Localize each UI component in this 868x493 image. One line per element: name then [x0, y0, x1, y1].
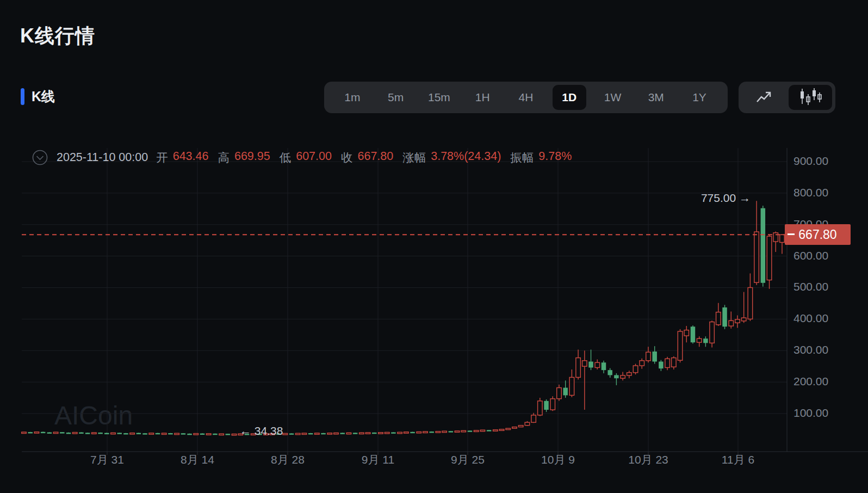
candle[interactable]	[474, 430, 479, 432]
candle[interactable]	[404, 432, 409, 433]
candle[interactable]	[359, 433, 364, 434]
candle[interactable]	[289, 433, 294, 435]
candle[interactable]	[175, 433, 179, 435]
candle[interactable]	[41, 432, 46, 433]
candle[interactable]	[72, 432, 77, 434]
candle[interactable]	[716, 303, 721, 326]
candle[interactable]	[754, 201, 759, 285]
candle[interactable]	[499, 429, 504, 431]
candle[interactable]	[468, 430, 473, 432]
candle[interactable]	[697, 336, 702, 347]
candle[interactable]	[480, 430, 485, 432]
candle[interactable]	[659, 360, 664, 371]
candle[interactable]	[123, 433, 128, 435]
candle[interactable]	[117, 433, 122, 434]
candle[interactable]	[646, 347, 651, 362]
candle[interactable]	[652, 346, 657, 363]
candle[interactable]	[531, 413, 536, 423]
candle[interactable]	[633, 364, 638, 375]
candle[interactable]	[595, 359, 600, 369]
candle[interactable]	[512, 427, 517, 428]
candle[interactable]	[525, 421, 530, 426]
candle[interactable]	[678, 329, 683, 362]
candle[interactable]	[353, 433, 358, 434]
candle[interactable]	[621, 372, 625, 381]
candle[interactable]	[187, 434, 192, 435]
candle[interactable]	[665, 357, 670, 370]
candle[interactable]	[295, 433, 300, 435]
candle[interactable]	[346, 433, 351, 434]
candle[interactable]	[372, 433, 377, 434]
candle[interactable]	[130, 433, 135, 434]
candle[interactable]	[729, 311, 734, 328]
candle[interactable]	[582, 350, 587, 410]
candle[interactable]	[98, 433, 103, 434]
candle[interactable]	[111, 433, 116, 434]
candle[interactable]	[321, 433, 326, 435]
candle[interactable]	[588, 350, 593, 371]
candlestick-chart[interactable]: 775.00 →← 34.38	[0, 0, 868, 493]
candle[interactable]	[181, 433, 186, 435]
candle[interactable]	[518, 425, 523, 427]
candle[interactable]	[283, 433, 288, 435]
candle[interactable]	[684, 326, 689, 342]
candle[interactable]	[557, 385, 562, 401]
candle[interactable]	[398, 432, 402, 434]
candle[interactable]	[206, 434, 211, 435]
candle[interactable]	[156, 433, 160, 435]
candle[interactable]	[780, 234, 785, 254]
candle[interactable]	[563, 380, 568, 398]
candle[interactable]	[232, 434, 237, 435]
candle[interactable]	[410, 432, 415, 434]
candle[interactable]	[385, 432, 389, 434]
candle[interactable]	[302, 433, 307, 435]
candle[interactable]	[104, 433, 109, 434]
candle[interactable]	[47, 432, 52, 434]
candle[interactable]	[538, 398, 543, 416]
candle[interactable]	[487, 430, 492, 432]
candle[interactable]	[735, 315, 740, 328]
candle[interactable]	[213, 434, 218, 435]
candle[interactable]	[602, 361, 606, 373]
candle[interactable]	[379, 432, 383, 434]
candle[interactable]	[614, 373, 619, 385]
candle[interactable]	[741, 292, 746, 323]
candle[interactable]	[640, 359, 644, 369]
candle[interactable]	[436, 431, 441, 433]
candle[interactable]	[607, 368, 612, 378]
candle[interactable]	[703, 336, 708, 347]
price-axis[interactable]: 900.00800.00700.00600.00500.00400.00300.…	[793, 0, 868, 493]
candle[interactable]	[149, 433, 154, 435]
candle[interactable]	[162, 433, 166, 435]
candle[interactable]	[550, 396, 555, 411]
candle[interactable]	[767, 235, 772, 289]
candle[interactable]	[544, 399, 549, 412]
candle[interactable]	[340, 433, 345, 434]
candle[interactable]	[576, 350, 581, 380]
candle[interactable]	[722, 305, 727, 329]
candle[interactable]	[142, 433, 147, 435]
candle[interactable]	[748, 273, 753, 321]
candle[interactable]	[168, 433, 173, 435]
candle[interactable]	[28, 432, 33, 434]
candle[interactable]	[92, 433, 97, 434]
candle[interactable]	[691, 325, 696, 344]
candle[interactable]	[219, 434, 224, 435]
candle[interactable]	[327, 433, 332, 434]
candle[interactable]	[226, 434, 231, 435]
chevron-down-circle-icon[interactable]	[32, 149, 48, 166]
candle[interactable]	[365, 433, 370, 434]
candle[interactable]	[200, 433, 205, 435]
candle[interactable]	[493, 430, 498, 432]
candle[interactable]	[194, 433, 199, 435]
candle[interactable]	[79, 432, 84, 434]
time-axis[interactable]: 7月 318月 148月 289月 119月 2510月 910月 2311月 …	[0, 452, 868, 474]
candle[interactable]	[22, 432, 27, 434]
candle[interactable]	[506, 428, 511, 430]
candle[interactable]	[569, 369, 574, 397]
candle[interactable]	[710, 321, 715, 347]
candle[interactable]	[672, 356, 677, 369]
candle[interactable]	[308, 433, 313, 435]
candle[interactable]	[53, 432, 58, 434]
candle[interactable]	[461, 430, 466, 432]
